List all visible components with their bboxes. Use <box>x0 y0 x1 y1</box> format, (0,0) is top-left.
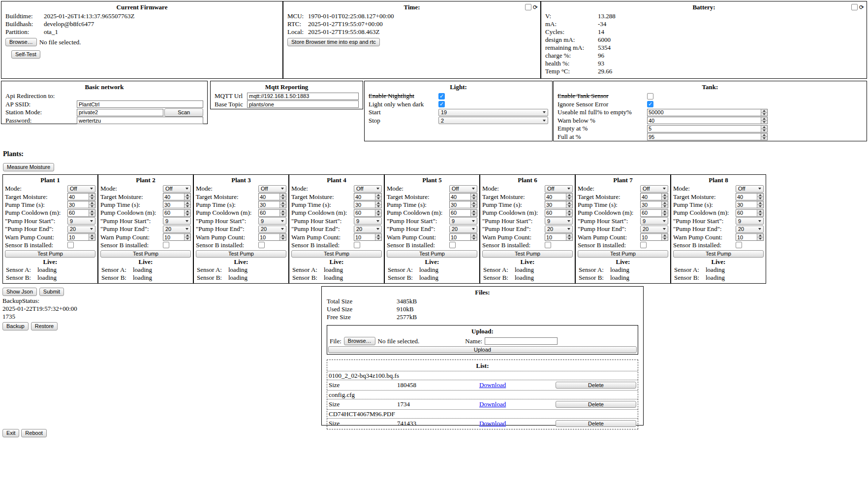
plant-pump-hour-end-select[interactable]: 20 <box>163 226 191 233</box>
submit-button[interactable]: Submit <box>39 288 64 296</box>
spin-down-button[interactable] <box>375 213 381 216</box>
firmware-browse-button[interactable]: Browse… <box>5 38 37 46</box>
spin-down-button[interactable] <box>566 237 572 240</box>
plant-warn-pump-count-field[interactable] <box>450 234 470 240</box>
plant-pump-cooldown-field[interactable] <box>450 210 470 216</box>
plant-target-moisture-input[interactable] <box>258 193 286 200</box>
plant-mode-select[interactable]: Off <box>67 185 95 193</box>
test-pump-button[interactable]: Test Pump <box>100 250 191 258</box>
plant-pump-time-input[interactable] <box>163 201 191 208</box>
plant-pump-cooldown-input[interactable] <box>163 209 191 217</box>
full-at-input[interactable] <box>647 133 768 140</box>
useable-ml-field[interactable] <box>648 109 761 116</box>
light-stop-select[interactable]: 2 <box>438 117 548 124</box>
test-pump-button[interactable]: Test Pump <box>196 250 286 258</box>
plant-target-moisture-input[interactable] <box>449 193 477 200</box>
plant-pump-cooldown-field[interactable] <box>736 210 757 216</box>
plant-warn-pump-count-input[interactable] <box>640 233 668 241</box>
plant-sensor-b-checkbox[interactable] <box>258 242 265 248</box>
spin-down-button[interactable] <box>757 204 763 208</box>
plant-target-moisture-input[interactable] <box>640 193 668 200</box>
plant-pump-time-field[interactable] <box>354 201 375 208</box>
spin-down-button[interactable] <box>185 237 190 240</box>
plant-pump-cooldown-input[interactable] <box>736 209 764 217</box>
plant-warn-pump-count-input[interactable] <box>354 233 382 241</box>
spin-down-button[interactable] <box>89 213 95 216</box>
password-input[interactable] <box>77 117 203 124</box>
spin-down-button[interactable] <box>662 237 668 240</box>
plant-pump-hour-end-select[interactable]: 20 <box>449 226 477 233</box>
plant-pump-cooldown-input[interactable] <box>545 209 573 217</box>
full-at-field[interactable] <box>648 133 761 140</box>
upload-browse-button[interactable]: Browse… <box>344 337 375 345</box>
plant-warn-pump-count-field[interactable] <box>641 234 661 240</box>
light-start-select[interactable]: 19 <box>438 109 548 116</box>
plant-pump-hour-start-select[interactable]: 9 <box>258 217 286 225</box>
plant-pump-time-field[interactable] <box>450 201 470 208</box>
plant-mode-select[interactable]: Off <box>258 185 286 193</box>
plant-pump-cooldown-input[interactable] <box>640 209 668 217</box>
spin-down-button[interactable] <box>89 197 95 200</box>
useable-ml-input[interactable] <box>647 109 768 116</box>
spin-down-button[interactable] <box>757 197 763 200</box>
spin-down-button[interactable] <box>471 237 477 240</box>
plant-pump-hour-start-select[interactable]: 9 <box>736 217 764 225</box>
plant-warn-pump-count-field[interactable] <box>736 234 757 240</box>
plant-pump-cooldown-input[interactable] <box>449 209 477 217</box>
plant-pump-time-field[interactable] <box>68 201 89 208</box>
plant-pump-hour-start-select[interactable]: 9 <box>67 217 95 225</box>
plant-target-moisture-input[interactable] <box>163 193 191 200</box>
plant-pump-hour-start-select[interactable]: 9 <box>545 217 573 225</box>
warn-below-input[interactable] <box>647 117 768 124</box>
plant-target-moisture-input[interactable] <box>67 193 95 200</box>
plant-pump-time-field[interactable] <box>163 201 184 208</box>
plant-pump-cooldown-input[interactable] <box>354 209 382 217</box>
plant-mode-select[interactable]: Off <box>354 185 382 193</box>
file-delete-button[interactable]: Delete <box>556 401 636 408</box>
spin-down-button[interactable] <box>761 136 767 140</box>
plant-pump-hour-end-select[interactable]: 20 <box>258 226 286 233</box>
plant-warn-pump-count-input[interactable] <box>258 233 286 241</box>
base-topic-input[interactable] <box>247 100 359 108</box>
plant-pump-time-input[interactable] <box>449 201 477 208</box>
spin-down-button[interactable] <box>280 197 286 200</box>
plant-pump-cooldown-input[interactable] <box>258 209 286 217</box>
spin-down-button[interactable] <box>280 213 286 216</box>
exit-button[interactable]: Exit <box>2 429 19 437</box>
plant-warn-pump-count-input[interactable] <box>163 233 191 241</box>
upload-button[interactable]: Upload <box>328 346 637 353</box>
plant-mode-select[interactable]: Off <box>736 185 764 193</box>
plant-sensor-b-checkbox[interactable] <box>67 242 74 248</box>
plant-pump-hour-end-select[interactable]: 20 <box>736 226 764 233</box>
plant-warn-pump-count-input[interactable] <box>736 233 764 241</box>
test-pump-button[interactable]: Test Pump <box>673 250 764 258</box>
spin-down-button[interactable] <box>471 213 477 216</box>
empty-at-input[interactable] <box>647 125 768 132</box>
plant-sensor-b-checkbox[interactable] <box>545 242 551 248</box>
plant-pump-time-input[interactable] <box>354 201 382 208</box>
tank-sensor-checkbox[interactable] <box>647 93 653 99</box>
ap-ssid-input[interactable] <box>77 100 203 108</box>
empty-at-field[interactable] <box>648 126 761 132</box>
test-pump-button[interactable]: Test Pump <box>291 250 382 258</box>
spin-down-button[interactable] <box>375 204 381 208</box>
plant-mode-select[interactable]: Off <box>545 185 573 193</box>
restore-button[interactable]: Restore <box>31 322 58 330</box>
backup-button[interactable]: Backup <box>2 322 29 330</box>
warn-below-field[interactable] <box>648 117 761 124</box>
plant-pump-hour-end-select[interactable]: 20 <box>640 226 668 233</box>
spin-down-button[interactable] <box>375 237 381 240</box>
test-pump-button[interactable]: Test Pump <box>578 250 668 258</box>
spin-down-button[interactable] <box>471 204 477 208</box>
plant-warn-pump-count-input[interactable] <box>545 233 573 241</box>
plant-sensor-b-checkbox[interactable] <box>163 242 169 248</box>
plant-target-moisture-field[interactable] <box>641 194 661 200</box>
file-download-link[interactable]: Download <box>479 400 506 408</box>
plant-pump-time-input[interactable] <box>545 201 573 208</box>
spin-down-button[interactable] <box>761 120 767 124</box>
plant-pump-cooldown-field[interactable] <box>259 210 279 216</box>
spin-down-button[interactable] <box>185 197 190 200</box>
plant-pump-time-field[interactable] <box>736 201 757 208</box>
plant-warn-pump-count-field[interactable] <box>68 234 89 240</box>
file-delete-button[interactable]: Delete <box>556 382 636 389</box>
